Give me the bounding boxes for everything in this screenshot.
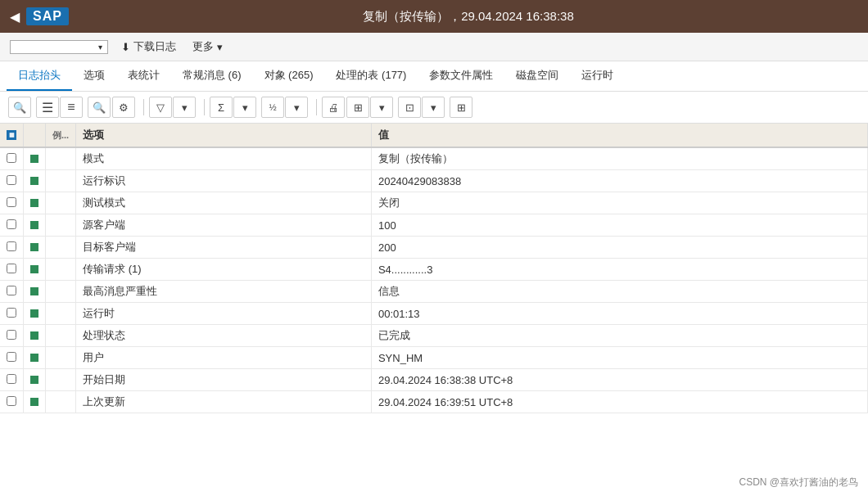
row-checkbox[interactable] (7, 330, 16, 340)
row-indicator-cell (24, 369, 46, 391)
search-group: 🔍 (8, 97, 31, 118)
row-indicator-cell (24, 281, 46, 303)
filter-group: ▽ ▾ (149, 97, 196, 118)
row-option-cell: 模式 (76, 147, 372, 170)
sort-dropdown-button[interactable]: ▾ (285, 97, 308, 118)
tab-options[interactable]: 选项 (72, 61, 116, 91)
tab-common-msg[interactable]: 常规消息 (6) (171, 61, 253, 91)
row-num-cell (46, 170, 76, 192)
tab-objects[interactable]: 对象 (265) (253, 61, 325, 91)
row-option-cell: 处理状态 (76, 325, 372, 347)
settings-button[interactable]: ⚙ (112, 97, 135, 118)
separator-2 (204, 99, 205, 115)
sum-dropdown-button[interactable]: ▾ (233, 97, 256, 118)
tab-log-header[interactable]: 日志抬头 (7, 61, 72, 91)
tab-param-file[interactable]: 参数文件属性 (418, 61, 504, 91)
row-checkbox[interactable] (7, 352, 16, 362)
row-checkbox[interactable] (7, 153, 16, 163)
status-indicator (30, 331, 38, 340)
align-center-button[interactable]: ≡ (60, 97, 83, 118)
row-checkbox-cell (0, 391, 24, 413)
tab-processed-tables[interactable]: 处理的表 (177) (324, 61, 418, 91)
row-checkbox-cell (0, 192, 24, 214)
toolbar: ▾ ⬇ 下载日志 更多 ▾ (0, 33, 868, 61)
row-checkbox-cell (0, 303, 24, 325)
tab-bar: 日志抬头 选项 表统计 常规消息 (6) 对象 (265) 处理的表 (177)… (0, 61, 868, 92)
row-indicator-cell (24, 259, 46, 281)
row-indicator-cell (24, 391, 46, 413)
row-value-cell: 100 (371, 214, 867, 237)
settings-group: ⚙ (112, 97, 135, 118)
export-dropdown-button[interactable]: ▾ (370, 97, 393, 118)
row-checkbox[interactable] (7, 264, 16, 273)
download-log-label: 下载日志 (133, 39, 176, 54)
zoom-search-button[interactable]: 🔍 (8, 97, 31, 118)
tab-table-stats[interactable]: 表统计 (116, 61, 171, 91)
view-button[interactable]: ⊡ (398, 97, 421, 118)
row-checkbox[interactable] (7, 241, 16, 251)
row-checkbox-cell (0, 325, 24, 347)
row-checkbox[interactable] (7, 396, 16, 406)
row-num-cell (46, 391, 76, 413)
row-num-cell (46, 192, 76, 214)
table-row: 模式 复制（按传输） (0, 147, 868, 170)
row-num-cell (46, 369, 76, 391)
status-indicator (30, 354, 38, 362)
table-row: 运行标识 20240429083838 (0, 170, 868, 192)
row-value-cell: 信息 (371, 281, 867, 303)
table-header-row: ▦ 例... 选项 值 (0, 124, 868, 147)
status-indicator (30, 221, 38, 229)
status-indicator (30, 309, 38, 318)
sum-group: Σ ▾ (210, 97, 256, 118)
row-option-cell: 用户 (76, 347, 372, 369)
row-num-cell (46, 347, 76, 369)
row-num-cell (46, 325, 76, 347)
row-checkbox[interactable] (7, 219, 16, 229)
toolbar-dropdown[interactable]: ▾ (10, 40, 108, 54)
back-button[interactable]: ◀ (10, 9, 20, 25)
more-button[interactable]: 更多 ▾ (189, 38, 226, 56)
find-button[interactable]: 🔍 (88, 97, 111, 118)
row-checkbox[interactable] (7, 175, 16, 185)
row-checkbox[interactable] (7, 197, 16, 207)
sum-button[interactable]: Σ (210, 97, 233, 118)
row-num-cell (46, 214, 76, 237)
row-num-cell (46, 303, 76, 325)
col-header-option: 选项 (76, 124, 372, 147)
row-option-cell: 目标客户端 (76, 237, 372, 259)
tab-runtime[interactable]: 运行时 (570, 61, 625, 91)
status-indicator (30, 155, 38, 163)
chevron-down-icon: ▾ (217, 41, 223, 53)
export-button[interactable]: ⊞ (346, 97, 369, 118)
row-value-cell: SYN_HM (371, 347, 867, 369)
print-button[interactable]: 🖨 (322, 97, 345, 118)
status-indicator (30, 287, 38, 295)
grid-button[interactable]: ⊞ (450, 97, 472, 118)
table-row: 源客户端 100 (0, 214, 868, 237)
row-checkbox-cell (0, 147, 24, 170)
align-left-button[interactable]: ☰ (36, 97, 59, 118)
row-indicator-cell (24, 170, 46, 192)
download-log-button[interactable]: ⬇ 下载日志 (118, 38, 179, 56)
filter-dropdown-button[interactable]: ▾ (173, 97, 196, 118)
header-title: 复制（按传输），29.04.2024 16:38:38 (79, 9, 858, 25)
row-value-cell: 关闭 (371, 192, 867, 214)
table-row: 传输请求 (1) S4............3 (0, 259, 868, 281)
tab-disk-space[interactable]: 磁盘空间 (504, 61, 570, 91)
row-checkbox-cell (0, 369, 24, 391)
table-row: 用户 SYN_HM (0, 347, 868, 369)
table-row: 测试模式 关闭 (0, 192, 868, 214)
row-checkbox[interactable] (7, 286, 16, 295)
filter-button[interactable]: ▽ (149, 97, 172, 118)
sort-button[interactable]: ½ (261, 97, 284, 118)
row-indicator-cell (24, 325, 46, 347)
row-num-cell (46, 281, 76, 303)
status-indicator (30, 243, 38, 251)
status-indicator (30, 177, 38, 185)
row-option-cell: 源客户端 (76, 214, 372, 237)
view-dropdown-button[interactable]: ▾ (422, 97, 445, 118)
row-checkbox[interactable] (7, 374, 16, 384)
view-group: ⊡ ▾ (398, 97, 445, 118)
row-indicator-cell (24, 303, 46, 325)
row-checkbox[interactable] (7, 308, 16, 318)
